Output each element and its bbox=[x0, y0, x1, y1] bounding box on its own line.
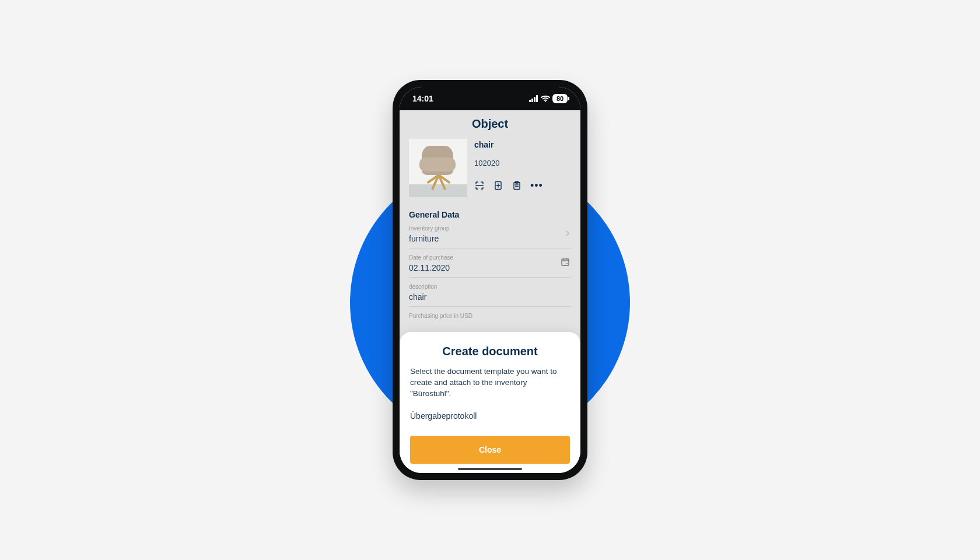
close-button[interactable]: Close bbox=[410, 436, 570, 464]
home-indicator[interactable] bbox=[458, 468, 522, 470]
scan-icon[interactable] bbox=[474, 180, 485, 191]
svg-rect-3 bbox=[536, 95, 538, 102]
svg-point-9 bbox=[566, 263, 568, 264]
template-option[interactable]: Übergabeprotokoll bbox=[410, 411, 570, 421]
chevron-right-icon bbox=[565, 229, 570, 239]
clipboard-icon[interactable] bbox=[512, 180, 522, 191]
svg-rect-1 bbox=[531, 99, 533, 102]
field-label: Date of purchase bbox=[409, 254, 571, 261]
svg-rect-0 bbox=[529, 100, 531, 102]
sheet-title: Create document bbox=[410, 345, 570, 358]
create-document-sheet: Create document Select the document temp… bbox=[400, 332, 580, 473]
object-thumbnail[interactable] bbox=[409, 139, 467, 197]
field-value: furniture bbox=[409, 234, 571, 243]
page-title: Object bbox=[409, 110, 571, 139]
wifi-icon bbox=[541, 95, 550, 102]
field-value: chair bbox=[409, 292, 571, 302]
object-code: 102020 bbox=[474, 159, 571, 167]
phone-frame: 14:01 80 Object bbox=[393, 80, 587, 480]
cellular-signal-icon bbox=[529, 95, 538, 102]
field-purchase-date[interactable]: Date of purchase 02.11.2020 bbox=[409, 249, 571, 278]
svg-rect-2 bbox=[534, 97, 536, 102]
field-description[interactable]: description chair bbox=[409, 278, 571, 307]
field-inventory-group[interactable]: Inventory group furniture bbox=[409, 219, 571, 249]
field-label: Inventory group bbox=[409, 225, 571, 232]
field-purchasing-price[interactable]: Purchasing price in USD bbox=[409, 307, 571, 324]
svg-rect-8 bbox=[562, 259, 569, 265]
add-document-icon[interactable] bbox=[493, 180, 503, 191]
field-label: Purchasing price in USD bbox=[409, 313, 571, 319]
object-name: chair bbox=[474, 140, 571, 149]
field-label: description bbox=[409, 284, 571, 290]
field-value: 02.11.2020 bbox=[409, 263, 571, 272]
phone-notch bbox=[452, 87, 528, 102]
status-time: 14:01 bbox=[412, 94, 433, 103]
sheet-description: Select the document template you want to… bbox=[410, 366, 570, 400]
calendar-icon bbox=[561, 257, 570, 269]
more-icon[interactable]: ••• bbox=[530, 180, 543, 191]
svg-point-4 bbox=[545, 101, 546, 102]
battery-level: 80 bbox=[556, 95, 564, 102]
phone-screen: 14:01 80 Object bbox=[400, 87, 580, 473]
object-summary: chair 102020 ••• bbox=[409, 139, 571, 197]
battery-icon: 80 bbox=[552, 94, 568, 103]
section-general-data: General Data bbox=[409, 210, 571, 219]
